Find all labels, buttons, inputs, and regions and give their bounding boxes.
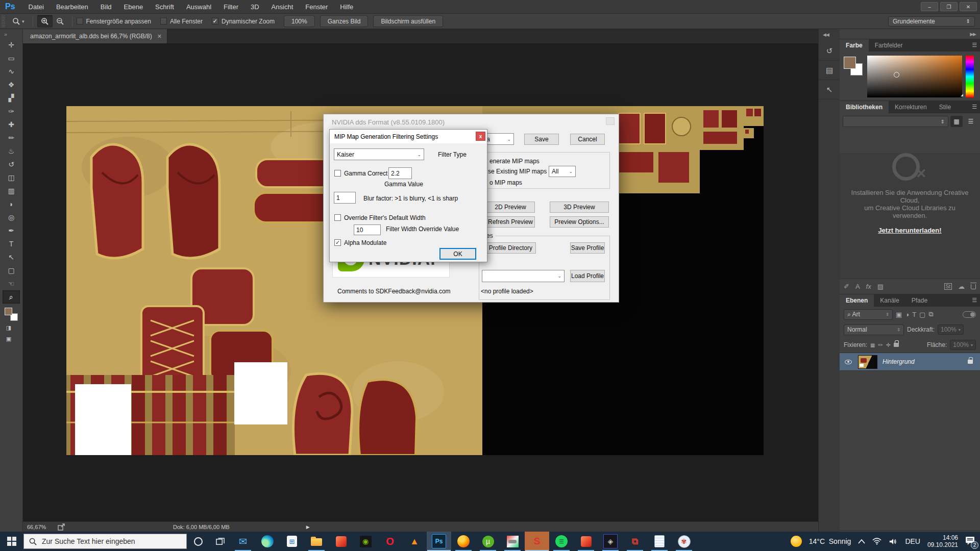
no-mip-radio-label[interactable]: o MIP maps	[489, 179, 522, 186]
layer-name[interactable]: Hintergrund	[883, 358, 915, 365]
weather-text[interactable]: 14°C Sonnig	[809, 537, 851, 545]
grid-view-button[interactable]: ▦	[950, 116, 963, 127]
checkbox-box[interactable]	[334, 214, 341, 221]
start-button[interactable]	[0, 532, 23, 551]
override-value-input[interactable]	[354, 224, 381, 235]
fit-screen-button[interactable]: Ganzes Bild	[320, 16, 369, 27]
override-width-checkbox[interactable]: Override Filter's Default Width	[334, 214, 426, 221]
clone-stamp-tool[interactable]: ♨	[3, 144, 20, 158]
alpha-modulate-checkbox[interactable]: ✓ Alpha Modulate	[334, 239, 386, 246]
shape-tool[interactable]: ▢	[3, 264, 20, 277]
hand-tool[interactable]: ☜	[3, 277, 20, 290]
tab-kanaele[interactable]: Kanäle	[874, 294, 905, 307]
checkbox-box[interactable]: ✓	[334, 239, 341, 246]
taskbar-app-explorer[interactable]	[304, 532, 329, 551]
use-existing-mip-radio-label[interactable]: se Existing MIP maps	[488, 168, 547, 175]
sync-cloud-icon[interactable]: ☁	[958, 283, 965, 290]
tab-close-icon[interactable]: ✕	[157, 33, 162, 40]
speaker-icon[interactable]	[889, 538, 898, 545]
layer-thumbnail[interactable]	[858, 355, 877, 369]
crop-tool[interactable]: ▞	[3, 91, 20, 105]
taskbar-app-opera[interactable]: O	[378, 532, 402, 551]
checkbox-box[interactable]: ✓	[212, 18, 218, 24]
menu-item[interactable]: 3D	[244, 0, 265, 14]
taskbar-app-firefox[interactable]	[451, 532, 476, 551]
action-center-button[interactable]: 2	[965, 536, 975, 546]
taskbar-app-office-2[interactable]	[574, 532, 598, 551]
cancel-button[interactable]: Cancel	[570, 134, 605, 145]
close-button[interactable]: ✕	[960, 2, 977, 11]
quick-mask-button[interactable]: ◨	[0, 322, 17, 333]
cortana-icon[interactable]	[194, 537, 203, 546]
tab-farbe[interactable]: Farbe	[840, 39, 869, 52]
ok-button[interactable]: OK	[439, 248, 476, 260]
panel-color-swatches[interactable]	[844, 57, 864, 77]
menu-item[interactable]: Bearbeiten	[50, 0, 94, 14]
taskbar-app-game-app[interactable]: ◈	[598, 532, 623, 551]
path-select-tool[interactable]: ↖	[3, 251, 20, 264]
layer-row-hintergrund[interactable]: Hintergrund	[840, 353, 980, 371]
lock-transparency-icon[interactable]: ▦	[870, 342, 875, 348]
gamma-value-input[interactable]	[388, 167, 412, 179]
taskbar-app-notepad[interactable]	[647, 532, 672, 551]
status-doc-size[interactable]: Dok: 6,00 MB/6,00 MB	[173, 524, 230, 530]
eraser-tool[interactable]: ◫	[3, 171, 20, 184]
menu-item[interactable]: Ebene	[118, 0, 150, 14]
dynamic-zoom-checkbox[interactable]: ✓ Dynamischer Zoom	[212, 18, 275, 25]
taskbar-app-edge[interactable]	[255, 532, 280, 551]
blur-factor-input[interactable]	[334, 192, 356, 204]
refresh-preview-button[interactable]: Refresh Preview	[486, 216, 535, 228]
weather-sun-icon[interactable]	[791, 536, 802, 547]
tray-chevron-icon[interactable]	[858, 539, 865, 544]
save-button[interactable]: Save	[524, 134, 559, 145]
brush-tool[interactable]: ✏	[3, 131, 20, 144]
taskbar-app-s-app[interactable]: S	[525, 532, 549, 551]
add-layer-style-icon[interactable]: fx	[866, 283, 871, 290]
workspace-dropdown[interactable]: Grundelemente ⇕	[888, 16, 975, 27]
zoom-out-button[interactable]	[53, 15, 68, 28]
layer-filter-dropdown[interactable]: ⌕ Art ⇕	[844, 309, 893, 320]
language-indicator[interactable]: DEU	[905, 537, 920, 545]
fill-dropdown[interactable]: 100%▾	[950, 340, 976, 350]
menu-item[interactable]: Hilfe	[334, 0, 359, 14]
checkbox-box[interactable]	[160, 18, 167, 24]
blur-tool[interactable]: ◗	[3, 197, 20, 211]
clock[interactable]: 14:06 09.10.2021	[927, 534, 958, 548]
expand-panels-button[interactable]: ◀◀	[819, 29, 840, 41]
type-tool[interactable]: T	[3, 237, 20, 251]
gradient-tool[interactable]: ▥	[3, 184, 20, 197]
zoom-100-button[interactable]: 100%	[284, 16, 315, 27]
panel-menu-icon[interactable]: ☰	[972, 42, 977, 48]
foreground-color-swatch[interactable]	[5, 308, 12, 315]
color-swatches[interactable]	[5, 308, 18, 321]
mip-dialog-close-button[interactable]: x	[476, 132, 485, 141]
move-tool[interactable]: ✛	[3, 38, 20, 52]
taskbar-app-vlc[interactable]: ▲	[402, 532, 427, 551]
taskbar-app-cubes-app[interactable]: ⧉	[623, 532, 647, 551]
taskbar-app-paint[interactable]: ✾	[672, 532, 696, 551]
eyedropper-tool[interactable]: ✑	[3, 105, 20, 118]
layer-visibility-eye-icon[interactable]	[845, 360, 852, 364]
add-character-style-icon[interactable]: A	[855, 283, 860, 290]
task-view-button[interactable]	[216, 537, 225, 546]
quick-select-tool[interactable]: ❖	[3, 78, 20, 91]
fit-window-checkbox[interactable]: Fenstergröße anpassen	[77, 18, 151, 25]
2d-preview-button[interactable]: 2D Preview	[486, 202, 535, 213]
status-zoom-level[interactable]: 66,67%	[27, 524, 58, 530]
menu-item[interactable]: Schrift	[149, 0, 180, 14]
tab-stile[interactable]: Stile	[933, 101, 957, 113]
tab-pfade[interactable]: Pfade	[905, 294, 934, 307]
tab-farbfelder[interactable]: Farbfelder	[869, 39, 909, 52]
rail-properties-panel-icon[interactable]: ▤	[819, 61, 840, 80]
tab-korrekturen[interactable]: Korrekturen	[889, 101, 933, 113]
filter-type-dropdown[interactable]: Kaiser⌄	[334, 148, 424, 160]
filter-toggle-switch[interactable]	[963, 311, 976, 318]
load-profile-button[interactable]: Load Profile	[570, 270, 605, 282]
blend-mode-dropdown[interactable]: Normal⇕	[844, 324, 904, 335]
menu-item[interactable]: Fenster	[299, 0, 334, 14]
filter-type-layers-icon[interactable]: T	[912, 311, 916, 318]
share-icon[interactable]	[58, 523, 66, 531]
opacity-dropdown[interactable]: 100%▾	[938, 324, 964, 335]
menu-item[interactable]: Filter	[217, 0, 244, 14]
lock-all-icon[interactable]	[894, 343, 899, 347]
